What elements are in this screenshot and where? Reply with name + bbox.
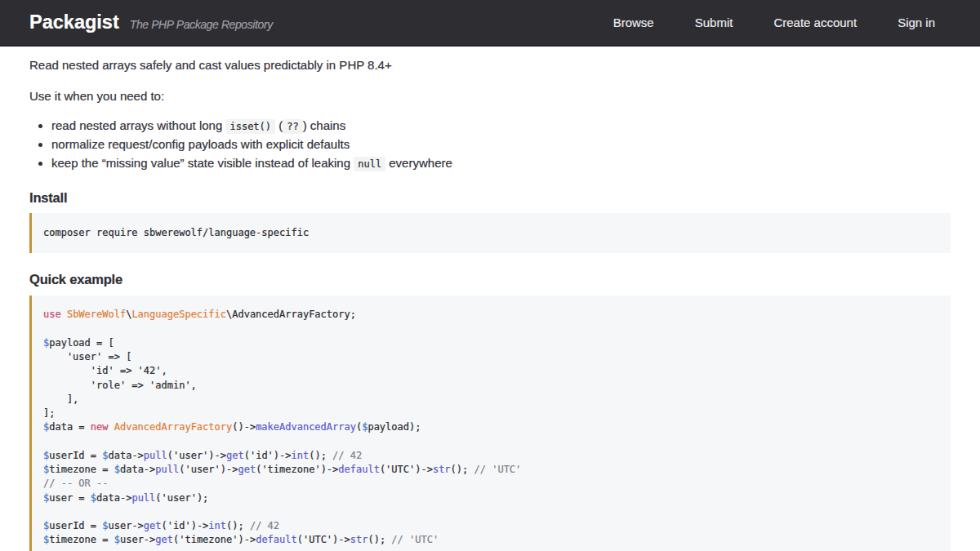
code-token: (); (226, 520, 250, 531)
navbar: Packagist The PHP Package Repository Bro… (0, 0, 980, 47)
inline-code: null (354, 157, 385, 171)
code-token: userId = (49, 520, 102, 531)
text-segment: normalize request/config payloads with e… (51, 137, 350, 151)
code-token: pull (131, 492, 155, 504)
code-token: 'role' => 'admin', (43, 380, 197, 391)
code-token: user-> (109, 520, 144, 531)
code-token: SbWereWolf (67, 309, 126, 320)
nav-link-submit[interactable]: Submit (695, 16, 733, 29)
code-token: ('timezone')-> (173, 534, 256, 545)
code-token: ('user')-> (167, 450, 226, 461)
code-token: new (91, 421, 114, 433)
code-token: ('timezone')-> (256, 464, 338, 475)
nav-item-sign-in: Sign in (898, 16, 935, 30)
feature-list: read nested arrays without long isset() … (29, 116, 951, 172)
code-token: user-> (120, 534, 155, 545)
code-token: ('user')-> (179, 464, 238, 475)
code-token: ('id')-> (244, 450, 292, 461)
nav-item-submit: Submit (695, 16, 733, 30)
code-token: ], (43, 393, 78, 405)
inline-code: isset() (225, 119, 275, 134)
code-token: makeAdvancedArray (256, 421, 356, 433)
code-token: timezone = (49, 464, 114, 475)
code-token: payload = [ (49, 337, 114, 349)
list-item: read nested arrays without long isset() … (51, 116, 951, 135)
code-token: get (238, 464, 256, 475)
list-item: keep the “missing value” state visible i… (51, 153, 951, 172)
code-token: default (338, 464, 380, 475)
code-token: $ (114, 464, 120, 475)
example-code: use SbWereWolf\LanguageSpecific\Advanced… (43, 309, 521, 545)
code-token: ('id')-> (162, 520, 209, 531)
nav-link-sign-in[interactable]: Sign in (898, 16, 935, 29)
code-token: $ (114, 534, 120, 545)
nav-link-browse[interactable]: Browse (613, 16, 654, 29)
code-token: user = (49, 492, 91, 504)
code-token: $ (102, 450, 108, 461)
code-token: // -- OR -- (43, 478, 108, 489)
code-token: data-> (96, 492, 131, 504)
text-segment: keep the “missing value” state visible i… (51, 156, 354, 170)
code-token: timezone = (49, 534, 114, 545)
text-segment: read nested arrays without long (51, 118, 225, 132)
list-item: normalize request/config payloads with e… (51, 135, 951, 153)
code-token: 'user' => [ (43, 351, 131, 362)
code-token: ('UTC')-> (380, 464, 433, 475)
code-token: int (292, 450, 310, 461)
code-token: str (350, 534, 368, 545)
code-token: $ (91, 492, 96, 504)
code-token: // 42 (250, 520, 279, 531)
code-token: (); (368, 534, 391, 545)
code-token: AdvancedArrayFactory (114, 421, 233, 433)
code-token: get (226, 450, 244, 461)
code-token: int (208, 520, 226, 531)
text-segment: ) chains (303, 118, 346, 132)
code-token: str (433, 464, 451, 475)
install-command: composer require sbwerewolf/language-spe… (43, 227, 309, 238)
nav-links: Browse Submit Create account Sign in (572, 16, 951, 30)
site-tagline: The PHP Package Repository (130, 18, 273, 31)
text-segment: everywhere (385, 156, 452, 170)
code-token: pull (144, 450, 167, 461)
code-token: data-> (109, 450, 144, 461)
nav-item-browse: Browse (613, 16, 654, 30)
code-token: use (43, 309, 67, 320)
use-when-paragraph: Use it when you need to: (29, 87, 951, 105)
code-token: pull (155, 464, 179, 475)
code-token: $ (102, 520, 108, 531)
text-segment: ( (275, 118, 283, 132)
brand[interactable]: Packagist The PHP Package Repository (29, 13, 273, 33)
readme-content: Read nested arrays safely and cast value… (29, 47, 951, 551)
navbar-inner: Packagist The PHP Package Repository Bro… (29, 0, 951, 45)
code-token: payload); (368, 421, 421, 433)
code-token: data-> (120, 464, 155, 475)
code-token: data = (49, 421, 91, 433)
code-token: get (144, 520, 162, 531)
install-code-block: composer require sbwerewolf/language-spe… (29, 213, 951, 253)
code-token: // 'UTC' (474, 464, 522, 475)
code-token: userId = (49, 450, 102, 461)
code-token: \AdvancedArrayFactory; (226, 309, 356, 320)
nav-link-create-account[interactable]: Create account (773, 16, 857, 29)
code-token: ()-> (232, 421, 256, 433)
code-token: LanguageSpecific (131, 309, 226, 320)
code-token: // 42 (332, 450, 362, 461)
example-code-block: use SbWereWolf\LanguageSpecific\Advanced… (29, 295, 951, 551)
code-token: default (256, 534, 297, 545)
quick-example-heading: Quick example (29, 270, 951, 289)
site-logo[interactable]: Packagist (29, 13, 119, 33)
code-token: (); (309, 450, 332, 461)
code-token: 'id' => '42', (43, 365, 167, 376)
code-token: ]; (43, 407, 55, 419)
code-token: ('user'); (155, 492, 208, 504)
nav-item-create-account: Create account (773, 16, 857, 30)
inline-code: ?? (283, 119, 302, 134)
code-token: (); (451, 464, 474, 475)
code-token: // 'UTC' (391, 534, 439, 545)
intro-paragraph: Read nested arrays safely and cast value… (29, 56, 951, 74)
code-token: get (155, 534, 173, 545)
install-heading: Install (29, 189, 951, 207)
code-token: ('UTC')-> (297, 534, 350, 545)
